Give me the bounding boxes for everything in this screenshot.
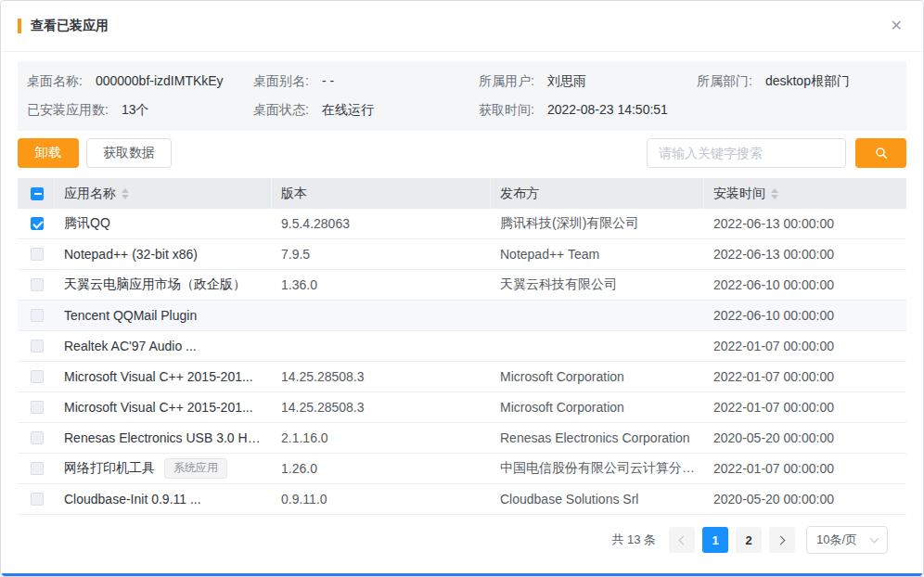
app-install-time: 2022-01-07 00:00:00 bbox=[704, 400, 906, 415]
info-desktop-name: 桌面名称: 000000bf-izdIMTKkEy bbox=[27, 73, 253, 90]
search-area bbox=[647, 138, 906, 168]
row-checkbox[interactable] bbox=[31, 309, 44, 322]
app-publisher: Renesas Electronics Corporation bbox=[491, 430, 704, 445]
search-button[interactable] bbox=[855, 138, 906, 168]
app-name: Tencent QQMail Plugin bbox=[64, 308, 197, 323]
app-name: Notepad++ (32-bit x86) bbox=[64, 247, 198, 262]
app-install-time: 2022-01-07 00:00:00 bbox=[704, 339, 906, 353]
app-version: 9.5.4.28063 bbox=[272, 216, 491, 231]
table-body: 腾讯QQ 9.5.4.28063 腾讯科技(深圳)有限公司 2022-06-13… bbox=[18, 209, 906, 515]
column-header-publisher: 发布方 bbox=[491, 178, 704, 209]
dialog-header: 查看已装应用 ✕ bbox=[1, 1, 923, 52]
info-desktop-status: 桌面状态: 在线运行 bbox=[253, 102, 479, 119]
app-name: Realtek AC'97 Audio ... bbox=[64, 339, 197, 353]
dialog-title: 查看已装应用 bbox=[31, 18, 109, 34]
app-version: 7.9.5 bbox=[272, 247, 491, 262]
table-header: 应用名称 版本 发布方 安装时间 bbox=[18, 178, 906, 209]
column-header-app-name[interactable]: 应用名称 bbox=[55, 178, 272, 209]
app-install-time: 2022-01-07 00:00:00 bbox=[704, 461, 906, 476]
row-checkbox[interactable] bbox=[31, 431, 44, 444]
info-desktop-alias: 桌面别名: - - bbox=[253, 73, 479, 90]
row-checkbox[interactable] bbox=[31, 493, 44, 506]
page-size-select[interactable]: 10条/页 bbox=[806, 526, 888, 554]
prev-page-button[interactable] bbox=[669, 527, 695, 553]
view-installed-apps-dialog: 查看已装应用 ✕ 桌面名称: 000000bf-izdIMTKkEy 桌面别名:… bbox=[0, 0, 924, 577]
column-header-version: 版本 bbox=[272, 178, 491, 209]
app-version: 14.25.28508.3 bbox=[272, 369, 491, 384]
pagination: 共 13 条 1 2 10条/页 bbox=[1, 526, 923, 554]
info-fetch-time: 获取时间: 2022-08-23 14:50:51 bbox=[479, 102, 697, 119]
close-icon[interactable]: ✕ bbox=[887, 15, 906, 37]
app-version: 14.25.28508.3 bbox=[272, 400, 491, 415]
app-install-time: 2022-06-13 00:00:00 bbox=[704, 216, 906, 231]
app-publisher: 腾讯科技(深圳)有限公司 bbox=[491, 215, 704, 232]
column-header-install-time[interactable]: 安装时间 bbox=[704, 178, 906, 209]
table-row[interactable]: Renesas Electronics USB 3.0 Ho... 2.1.16… bbox=[18, 423, 906, 454]
app-install-time: 2022-06-13 00:00:00 bbox=[704, 247, 906, 262]
row-checkbox[interactable] bbox=[31, 217, 44, 230]
table-row[interactable]: 网络打印机工具 系统应用 1.26.0 中国电信股份有限公司云计算分公... 2… bbox=[18, 454, 906, 484]
info-owner-dept: 所属部门: desktop根部门 bbox=[697, 73, 897, 90]
row-checkbox[interactable] bbox=[31, 278, 44, 291]
toolbar: 卸载 获取数据 bbox=[18, 138, 906, 168]
app-version: 1.26.0 bbox=[272, 461, 491, 476]
app-publisher: 天翼云科技有限公司 bbox=[491, 276, 704, 293]
search-icon bbox=[874, 146, 889, 160]
app-publisher: Notepad++ Team bbox=[491, 247, 704, 262]
table-row[interactable]: Microsoft Visual C++ 2015-201... 14.25.2… bbox=[18, 362, 906, 392]
chevron-right-icon bbox=[776, 535, 786, 545]
info-row-1: 桌面名称: 000000bf-izdIMTKkEy 桌面别名: - - 所属用户… bbox=[27, 73, 897, 90]
app-name: Renesas Electronics USB 3.0 Ho... bbox=[64, 430, 263, 445]
info-row-2: 已安装应用数: 13个 桌面状态: 在线运行 获取时间: 2022-08-23 … bbox=[27, 102, 897, 119]
table-row[interactable]: Microsoft Visual C++ 2015-201... 14.25.2… bbox=[18, 392, 906, 423]
title-accent-bar bbox=[18, 19, 21, 33]
info-app-count: 已安装应用数: 13个 bbox=[27, 102, 253, 119]
table-row[interactable]: 天翼云电脑应用市场（政企版） 1.36.0 天翼云科技有限公司 2022-06-… bbox=[18, 270, 906, 301]
desktop-info-panel: 桌面名称: 000000bf-izdIMTKkEy 桌面别名: - - 所属用户… bbox=[18, 61, 906, 131]
sort-icon bbox=[771, 188, 778, 199]
app-install-time: 2022-01-07 00:00:00 bbox=[704, 369, 906, 384]
table-row[interactable]: Realtek AC'97 Audio ... 2022-01-07 00:00… bbox=[18, 331, 906, 362]
app-install-time: 2020-05-20 00:00:00 bbox=[704, 430, 906, 445]
app-version: 0.9.11.0 bbox=[272, 492, 491, 506]
app-name: 天翼云电脑应用市场（政企版） bbox=[64, 276, 246, 293]
next-page-button[interactable] bbox=[769, 527, 795, 553]
row-checkbox[interactable] bbox=[31, 401, 44, 414]
uninstall-button[interactable]: 卸载 bbox=[18, 138, 79, 168]
app-publisher: 中国电信股份有限公司云计算分公... bbox=[491, 460, 704, 477]
total-count: 共 13 条 bbox=[611, 532, 656, 548]
search-input[interactable] bbox=[647, 138, 846, 168]
select-all-checkbox[interactable] bbox=[31, 187, 44, 200]
app-install-time: 2022-06-10 00:00:00 bbox=[704, 277, 906, 292]
row-checkbox[interactable] bbox=[31, 462, 44, 475]
app-version: 2.1.16.0 bbox=[272, 430, 491, 445]
system-app-badge: 系统应用 bbox=[164, 458, 227, 479]
app-name: 网络打印机工具 bbox=[64, 460, 155, 477]
row-checkbox[interactable] bbox=[31, 370, 44, 383]
page-button-1[interactable]: 1 bbox=[702, 527, 728, 553]
app-name: Cloudbase-Init 0.9.11 ... bbox=[64, 492, 201, 506]
app-publisher: Microsoft Corporation bbox=[491, 400, 704, 415]
page-button-2[interactable]: 2 bbox=[736, 527, 762, 553]
app-name: Microsoft Visual C++ 2015-201... bbox=[64, 400, 253, 415]
app-publisher: Cloudbase Solutions Srl bbox=[491, 492, 704, 506]
installed-apps-table: 应用名称 版本 发布方 安装时间 腾讯QQ 9. bbox=[18, 178, 906, 515]
table-row[interactable]: Notepad++ (32-bit x86) 7.9.5 Notepad++ T… bbox=[18, 239, 906, 270]
app-publisher: Microsoft Corporation bbox=[491, 369, 704, 384]
table-row[interactable]: Tencent QQMail Plugin 2022-06-10 00:00:0… bbox=[18, 301, 906, 331]
app-install-time: 2020-05-20 00:00:00 bbox=[704, 492, 906, 506]
chevron-down-icon bbox=[870, 534, 879, 544]
row-checkbox[interactable] bbox=[31, 248, 44, 261]
bottom-strip bbox=[2, 573, 922, 576]
app-name: Microsoft Visual C++ 2015-201... bbox=[64, 369, 253, 384]
app-version: 1.36.0 bbox=[272, 277, 491, 292]
app-name: 腾讯QQ bbox=[64, 215, 110, 232]
app-install-time: 2022-06-10 00:00:00 bbox=[704, 308, 906, 323]
info-owner-user: 所属用户: 刘思雨 bbox=[479, 73, 697, 90]
table-row[interactable]: Cloudbase-Init 0.9.11 ... 0.9.11.0 Cloud… bbox=[18, 484, 906, 515]
table-row[interactable]: 腾讯QQ 9.5.4.28063 腾讯科技(深圳)有限公司 2022-06-13… bbox=[18, 209, 906, 239]
sort-icon bbox=[122, 188, 129, 199]
chevron-left-icon bbox=[679, 535, 688, 545]
row-checkbox[interactable] bbox=[31, 340, 44, 353]
fetch-data-button[interactable]: 获取数据 bbox=[86, 138, 172, 168]
